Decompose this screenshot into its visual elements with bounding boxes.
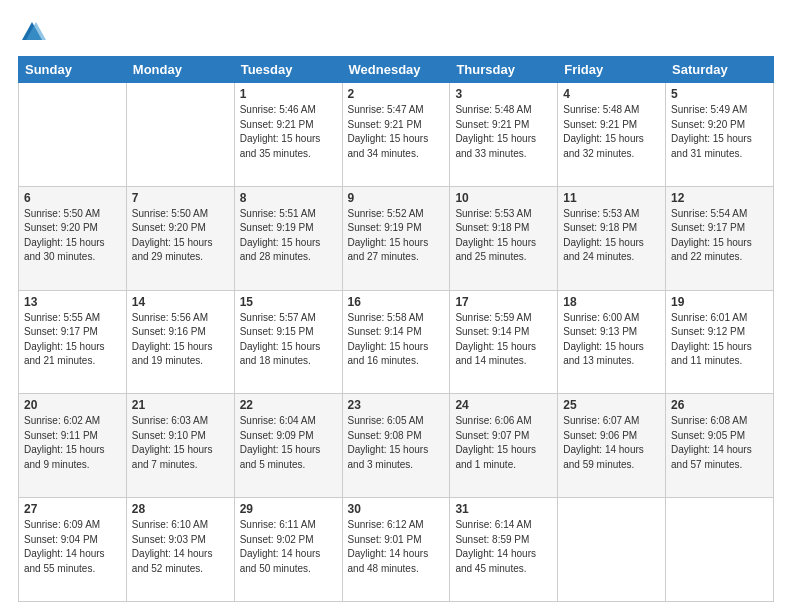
day-info: Sunrise: 6:00 AM Sunset: 9:13 PM Dayligh…: [563, 311, 660, 369]
calendar-cell: [126, 83, 234, 187]
calendar-week-row: 6Sunrise: 5:50 AM Sunset: 9:20 PM Daylig…: [19, 186, 774, 290]
day-number: 20: [24, 398, 121, 412]
day-number: 1: [240, 87, 337, 101]
day-number: 8: [240, 191, 337, 205]
day-info: Sunrise: 6:14 AM Sunset: 8:59 PM Dayligh…: [455, 518, 552, 576]
day-info: Sunrise: 5:49 AM Sunset: 9:20 PM Dayligh…: [671, 103, 768, 161]
calendar-cell: 16Sunrise: 5:58 AM Sunset: 9:14 PM Dayli…: [342, 290, 450, 394]
calendar-cell: 26Sunrise: 6:08 AM Sunset: 9:05 PM Dayli…: [666, 394, 774, 498]
day-number: 18: [563, 295, 660, 309]
day-info: Sunrise: 6:07 AM Sunset: 9:06 PM Dayligh…: [563, 414, 660, 472]
day-info: Sunrise: 5:53 AM Sunset: 9:18 PM Dayligh…: [563, 207, 660, 265]
day-info: Sunrise: 5:50 AM Sunset: 9:20 PM Dayligh…: [24, 207, 121, 265]
day-number: 16: [348, 295, 445, 309]
day-number: 24: [455, 398, 552, 412]
day-number: 12: [671, 191, 768, 205]
calendar-cell: 23Sunrise: 6:05 AM Sunset: 9:08 PM Dayli…: [342, 394, 450, 498]
calendar-week-row: 27Sunrise: 6:09 AM Sunset: 9:04 PM Dayli…: [19, 498, 774, 602]
calendar-cell: 14Sunrise: 5:56 AM Sunset: 9:16 PM Dayli…: [126, 290, 234, 394]
calendar-cell: 28Sunrise: 6:10 AM Sunset: 9:03 PM Dayli…: [126, 498, 234, 602]
day-info: Sunrise: 5:51 AM Sunset: 9:19 PM Dayligh…: [240, 207, 337, 265]
day-number: 30: [348, 502, 445, 516]
day-number: 7: [132, 191, 229, 205]
day-number: 2: [348, 87, 445, 101]
calendar-cell: 15Sunrise: 5:57 AM Sunset: 9:15 PM Dayli…: [234, 290, 342, 394]
day-number: 13: [24, 295, 121, 309]
day-info: Sunrise: 5:57 AM Sunset: 9:15 PM Dayligh…: [240, 311, 337, 369]
calendar-cell: 1Sunrise: 5:46 AM Sunset: 9:21 PM Daylig…: [234, 83, 342, 187]
day-info: Sunrise: 6:10 AM Sunset: 9:03 PM Dayligh…: [132, 518, 229, 576]
day-info: Sunrise: 6:12 AM Sunset: 9:01 PM Dayligh…: [348, 518, 445, 576]
calendar-cell: 13Sunrise: 5:55 AM Sunset: 9:17 PM Dayli…: [19, 290, 127, 394]
calendar-cell: [666, 498, 774, 602]
calendar-cell: 10Sunrise: 5:53 AM Sunset: 9:18 PM Dayli…: [450, 186, 558, 290]
day-header: Wednesday: [342, 57, 450, 83]
calendar-cell: 18Sunrise: 6:00 AM Sunset: 9:13 PM Dayli…: [558, 290, 666, 394]
day-number: 11: [563, 191, 660, 205]
day-number: 27: [24, 502, 121, 516]
calendar-cell: 4Sunrise: 5:48 AM Sunset: 9:21 PM Daylig…: [558, 83, 666, 187]
day-number: 9: [348, 191, 445, 205]
calendar-cell: 30Sunrise: 6:12 AM Sunset: 9:01 PM Dayli…: [342, 498, 450, 602]
calendar-cell: 27Sunrise: 6:09 AM Sunset: 9:04 PM Dayli…: [19, 498, 127, 602]
calendar-week-row: 13Sunrise: 5:55 AM Sunset: 9:17 PM Dayli…: [19, 290, 774, 394]
day-info: Sunrise: 5:55 AM Sunset: 9:17 PM Dayligh…: [24, 311, 121, 369]
day-number: 15: [240, 295, 337, 309]
day-header: Sunday: [19, 57, 127, 83]
day-number: 3: [455, 87, 552, 101]
calendar-cell: 17Sunrise: 5:59 AM Sunset: 9:14 PM Dayli…: [450, 290, 558, 394]
day-info: Sunrise: 5:54 AM Sunset: 9:17 PM Dayligh…: [671, 207, 768, 265]
calendar-cell: 8Sunrise: 5:51 AM Sunset: 9:19 PM Daylig…: [234, 186, 342, 290]
day-number: 31: [455, 502, 552, 516]
day-number: 21: [132, 398, 229, 412]
day-header: Thursday: [450, 57, 558, 83]
day-info: Sunrise: 6:03 AM Sunset: 9:10 PM Dayligh…: [132, 414, 229, 472]
day-number: 19: [671, 295, 768, 309]
calendar-table: SundayMondayTuesdayWednesdayThursdayFrid…: [18, 56, 774, 602]
calendar-cell: 11Sunrise: 5:53 AM Sunset: 9:18 PM Dayli…: [558, 186, 666, 290]
calendar-cell: 22Sunrise: 6:04 AM Sunset: 9:09 PM Dayli…: [234, 394, 342, 498]
calendar-cell: 21Sunrise: 6:03 AM Sunset: 9:10 PM Dayli…: [126, 394, 234, 498]
header: [18, 18, 774, 46]
day-info: Sunrise: 6:02 AM Sunset: 9:11 PM Dayligh…: [24, 414, 121, 472]
calendar-cell: 7Sunrise: 5:50 AM Sunset: 9:20 PM Daylig…: [126, 186, 234, 290]
calendar-cell: 9Sunrise: 5:52 AM Sunset: 9:19 PM Daylig…: [342, 186, 450, 290]
calendar-cell: 6Sunrise: 5:50 AM Sunset: 9:20 PM Daylig…: [19, 186, 127, 290]
calendar-cell: 12Sunrise: 5:54 AM Sunset: 9:17 PM Dayli…: [666, 186, 774, 290]
day-info: Sunrise: 5:56 AM Sunset: 9:16 PM Dayligh…: [132, 311, 229, 369]
logo: [18, 18, 50, 46]
calendar-cell: 24Sunrise: 6:06 AM Sunset: 9:07 PM Dayli…: [450, 394, 558, 498]
calendar-cell: [558, 498, 666, 602]
calendar-cell: 3Sunrise: 5:48 AM Sunset: 9:21 PM Daylig…: [450, 83, 558, 187]
day-number: 23: [348, 398, 445, 412]
day-number: 5: [671, 87, 768, 101]
day-header: Tuesday: [234, 57, 342, 83]
day-info: Sunrise: 6:04 AM Sunset: 9:09 PM Dayligh…: [240, 414, 337, 472]
day-info: Sunrise: 5:50 AM Sunset: 9:20 PM Dayligh…: [132, 207, 229, 265]
day-info: Sunrise: 5:48 AM Sunset: 9:21 PM Dayligh…: [563, 103, 660, 161]
calendar-cell: [19, 83, 127, 187]
calendar-header-row: SundayMondayTuesdayWednesdayThursdayFrid…: [19, 57, 774, 83]
calendar-week-row: 20Sunrise: 6:02 AM Sunset: 9:11 PM Dayli…: [19, 394, 774, 498]
logo-icon: [18, 18, 46, 46]
day-number: 29: [240, 502, 337, 516]
day-info: Sunrise: 6:11 AM Sunset: 9:02 PM Dayligh…: [240, 518, 337, 576]
day-info: Sunrise: 5:59 AM Sunset: 9:14 PM Dayligh…: [455, 311, 552, 369]
day-info: Sunrise: 6:08 AM Sunset: 9:05 PM Dayligh…: [671, 414, 768, 472]
calendar-cell: 19Sunrise: 6:01 AM Sunset: 9:12 PM Dayli…: [666, 290, 774, 394]
calendar-cell: 20Sunrise: 6:02 AM Sunset: 9:11 PM Dayli…: [19, 394, 127, 498]
day-info: Sunrise: 6:09 AM Sunset: 9:04 PM Dayligh…: [24, 518, 121, 576]
day-header: Friday: [558, 57, 666, 83]
day-number: 10: [455, 191, 552, 205]
day-number: 28: [132, 502, 229, 516]
day-header: Saturday: [666, 57, 774, 83]
day-number: 17: [455, 295, 552, 309]
day-number: 22: [240, 398, 337, 412]
day-info: Sunrise: 5:46 AM Sunset: 9:21 PM Dayligh…: [240, 103, 337, 161]
day-number: 14: [132, 295, 229, 309]
day-header: Monday: [126, 57, 234, 83]
day-info: Sunrise: 6:05 AM Sunset: 9:08 PM Dayligh…: [348, 414, 445, 472]
day-info: Sunrise: 6:01 AM Sunset: 9:12 PM Dayligh…: [671, 311, 768, 369]
calendar-cell: 2Sunrise: 5:47 AM Sunset: 9:21 PM Daylig…: [342, 83, 450, 187]
calendar-week-row: 1Sunrise: 5:46 AM Sunset: 9:21 PM Daylig…: [19, 83, 774, 187]
